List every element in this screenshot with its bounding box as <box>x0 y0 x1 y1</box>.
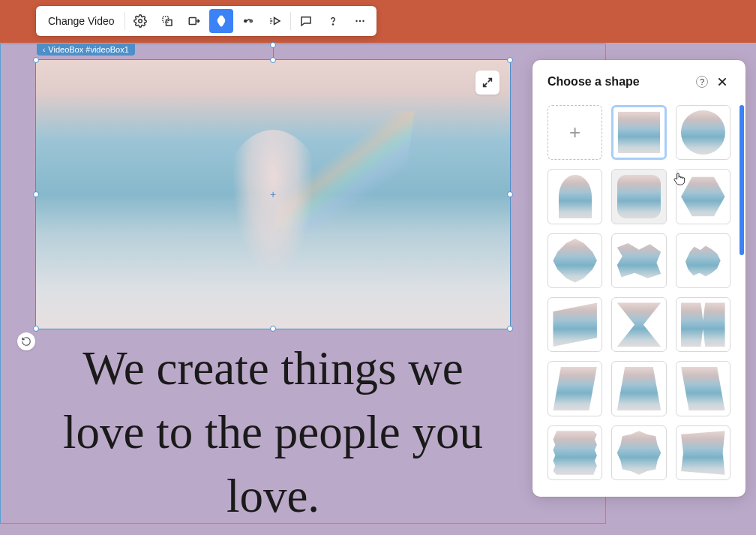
svg-point-0 <box>139 20 142 23</box>
shape-badge[interactable] <box>611 425 666 480</box>
resize-handle-mb[interactable] <box>270 326 276 332</box>
settings-icon[interactable] <box>128 9 152 33</box>
mask-arrow-icon[interactable] <box>182 9 206 33</box>
shape-grid: + <box>548 105 730 480</box>
svg-point-8 <box>359 20 361 22</box>
resize-handle-br[interactable] <box>507 326 513 332</box>
comment-icon[interactable] <box>294 9 318 33</box>
shape-cloud[interactable] <box>676 233 730 288</box>
shape-jagged-thumb <box>617 239 661 282</box>
shape-blob-thumb <box>553 239 596 282</box>
shape-icon[interactable] <box>209 9 233 33</box>
svg-point-6 <box>333 24 334 25</box>
shape-flag-thumb <box>681 431 725 475</box>
shape-flag[interactable] <box>676 425 730 480</box>
shape-organic-thumb <box>681 302 725 347</box>
resize-handle-mr[interactable] <box>507 191 513 197</box>
panel-help-icon[interactable]: ? <box>696 76 708 88</box>
shape-trapezoid[interactable] <box>611 361 666 416</box>
shape-circle[interactable] <box>676 105 730 160</box>
scrollbar-thumb[interactable] <box>740 105 744 255</box>
shape-parallelogram-right-thumb <box>681 367 725 411</box>
shape-parallelogram-left-thumb <box>553 367 596 410</box>
shape-rectangle-thumb <box>618 112 659 153</box>
shape-organic[interactable] <box>676 297 730 352</box>
shape-bowtie[interactable] <box>611 297 666 352</box>
shape-bowtie-thumb <box>617 302 661 346</box>
shape-cloud-thumb <box>681 239 725 283</box>
close-icon[interactable] <box>714 74 730 90</box>
center-marker: + <box>268 190 278 199</box>
video-box[interactable]: + <box>35 59 511 329</box>
shape-hexagon[interactable] <box>676 169 730 224</box>
shape-blob[interactable] <box>548 233 602 288</box>
resize-handle-mt[interactable] <box>270 57 276 63</box>
shape-arch[interactable] <box>548 169 602 224</box>
shape-stamp[interactable] <box>548 425 602 480</box>
resize-handle-tl[interactable] <box>33 57 39 63</box>
svg-point-5 <box>250 20 253 23</box>
page-heading[interactable]: We create things we love to the people y… <box>37 337 509 528</box>
shape-jagged[interactable] <box>611 233 666 288</box>
shape-trapezoid-thumb <box>617 367 661 410</box>
more-icon[interactable] <box>348 9 372 33</box>
panel-body: + <box>532 98 746 497</box>
undo-button[interactable] <box>17 332 35 350</box>
shape-rounded-rectangle[interactable] <box>611 169 666 224</box>
shape-parallelogram-left[interactable] <box>548 361 602 416</box>
change-video-button[interactable]: Change Video <box>39 11 123 32</box>
help-icon[interactable] <box>321 9 345 33</box>
crop-icon[interactable] <box>155 9 179 33</box>
shape-panel: Choose a shape ? + <box>532 60 746 497</box>
shape-arch-thumb <box>559 175 592 218</box>
shape-rectangle[interactable] <box>611 105 666 160</box>
shape-circle-thumb <box>681 110 725 155</box>
animation-icon[interactable] <box>236 9 260 33</box>
selection-label[interactable]: ‹ VideoBox #videoBox1 <box>37 44 135 56</box>
resize-handle-ml[interactable] <box>33 191 39 197</box>
video-content-figure <box>216 130 330 318</box>
divider <box>290 12 291 30</box>
resize-handle-bl[interactable] <box>33 326 39 332</box>
svg-point-9 <box>363 20 364 22</box>
shape-wave-thumb <box>553 302 596 346</box>
shape-hexagon-thumb <box>681 175 725 219</box>
panel-header: Choose a shape ? <box>532 60 746 98</box>
shape-parallelogram-right[interactable] <box>676 361 730 416</box>
shape-stamp-thumb <box>553 431 596 474</box>
svg-point-4 <box>244 20 247 23</box>
add-custom-shape[interactable]: + <box>548 105 602 160</box>
editor-canvas[interactable]: ‹ VideoBox #videoBox1 + We create things… <box>0 44 606 524</box>
expand-button[interactable] <box>476 71 500 95</box>
floating-toolbar: Change Video <box>36 6 376 36</box>
shape-rounded-rectangle-thumb <box>617 175 661 218</box>
svg-rect-3 <box>190 18 196 25</box>
shape-badge-thumb <box>617 431 661 474</box>
motion-icon[interactable] <box>263 9 287 33</box>
svg-point-7 <box>356 20 358 22</box>
rotate-handle[interactable] <box>270 42 276 48</box>
shape-wave[interactable] <box>548 297 602 352</box>
resize-handle-tr[interactable] <box>507 57 513 63</box>
panel-title: Choose a shape <box>548 75 690 89</box>
divider <box>124 12 125 30</box>
